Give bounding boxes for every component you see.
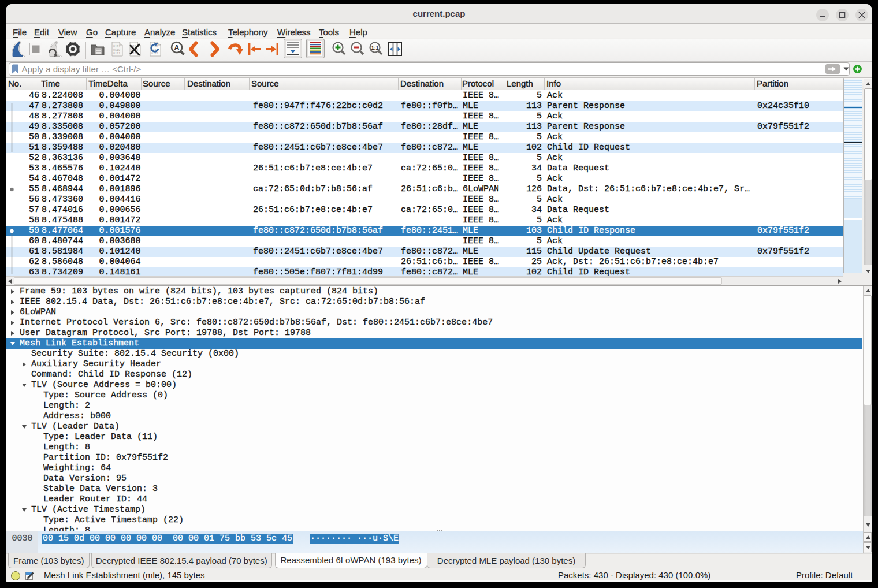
svg-text:A: A (174, 43, 180, 52)
svg-text:1:1: 1:1 (371, 45, 378, 51)
svg-text:0111: 0111 (113, 52, 120, 55)
svg-text:0111: 0111 (151, 52, 158, 55)
